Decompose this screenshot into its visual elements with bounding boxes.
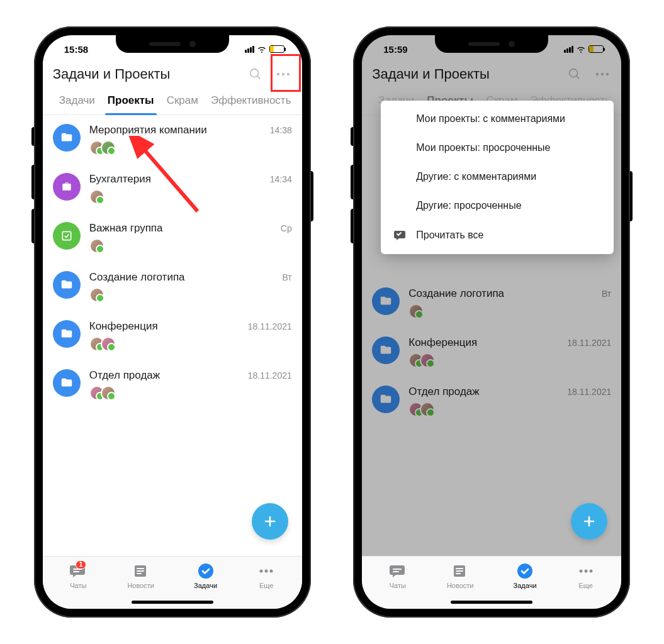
list-item-time: 14:34 [270,174,292,184]
svg-point-3 [282,73,284,75]
menu-item[interactable]: Другие: с комментариями [381,162,614,191]
avatar-stack [89,238,292,253]
list-item[interactable]: Важная группа Ср [43,213,302,262]
phone-mockup-1: 15:58 Задачи и Проекты [34,26,311,618]
svg-point-14 [198,564,213,579]
nav-label: Новости [447,582,474,589]
status-time: 15:58 [64,44,88,55]
chat-icon [388,563,407,579]
svg-rect-25 [393,569,402,570]
nav-badge: 1 [76,560,87,569]
svg-point-4 [287,73,290,75]
list-item[interactable]: Конференция 18.11.2021 [43,311,302,360]
svg-line-1 [257,76,261,79]
list-item-title: Бухгалтерия [89,173,151,186]
list-item-time: Ср [281,223,292,233]
nav-news[interactable]: Новости [127,563,154,589]
tab-scrum[interactable]: Скрам [160,88,205,114]
folder-icon [53,271,81,299]
nav-label: Еще [578,582,592,589]
tabs-bar: Задачи Проекты Скрам Эффективность [43,88,302,115]
svg-point-30 [517,564,532,579]
avatar-stack [89,386,292,401]
tab-efficiency[interactable]: Эффективность [205,88,298,114]
nav-chats[interactable]: Чаты [388,563,407,589]
tasks-icon [196,563,215,579]
svg-rect-13 [137,573,142,574]
nav-label: Чаты [390,582,406,589]
list-item-title: Создание логотипа [89,271,185,284]
projects-list: Мероприятия компании 14:38 Бухгалтерия 1… [43,115,302,409]
svg-rect-6 [62,231,70,240]
cellular-signal-icon [245,46,254,53]
nav-label: Новости [127,582,154,589]
menu-item[interactable]: Мои проекты: с комментариями [381,104,614,133]
svg-rect-28 [456,570,463,572]
svg-point-16 [265,570,268,573]
folder-icon [53,124,81,152]
home-indicator [451,601,532,604]
device-notch [435,35,548,53]
svg-point-32 [584,570,587,573]
svg-rect-27 [456,568,463,569]
list-item-time: Вт [282,272,291,282]
avatar-stack [89,336,292,352]
menu-item[interactable]: Другие: просроченные [381,191,614,220]
nav-tasks[interactable]: Задачи [514,563,537,589]
list-item-time: 18.11.2021 [248,321,292,331]
list-item-title: Важная группа [89,222,163,235]
list-item-title: Конференция [89,320,158,333]
nav-tasks[interactable]: Задачи [194,563,217,589]
svg-point-2 [277,73,279,75]
nav-more[interactable]: Еще [577,563,595,589]
phone-mockup-2: 15:59 Задачи и Проекты Задачи [353,26,630,618]
nav-label: Чаты [70,582,86,589]
svg-rect-11 [137,568,144,569]
list-item[interactable]: Создание логотипа Вт [43,262,302,311]
nav-chats[interactable]: 1 Чаты [69,563,87,589]
list-item-title: Мероприятия компании [89,124,207,136]
folder-icon [53,320,81,348]
more-icon [577,563,595,579]
list-item[interactable]: Мероприятия компании 14:38 [43,115,302,164]
app-header: Задачи и Проекты [43,63,302,88]
nav-label: Еще [259,582,273,589]
battery-icon [269,45,284,53]
nav-news[interactable]: Новости [447,563,474,589]
svg-rect-12 [137,570,144,572]
tab-projects[interactable]: Проекты [101,88,160,114]
svg-rect-29 [456,573,461,574]
search-icon[interactable] [247,65,264,83]
add-button[interactable] [571,503,607,540]
chat-icon: 1 [69,563,87,579]
more-menu-icon[interactable] [274,65,292,83]
checkbox-icon [53,222,81,250]
list-item[interactable]: Бухгалтерия 14:34 [43,164,302,213]
list-item-title: Отдел продаж [89,369,160,382]
avatar-stack [89,140,292,155]
list-item-time: 18.11.2021 [248,370,292,380]
nav-label: Задачи [514,582,537,589]
device-notch [116,35,229,53]
briefcase-icon [53,173,81,201]
nav-more[interactable]: Еще [257,563,276,589]
svg-point-17 [270,570,273,573]
menu-item[interactable]: Мои проекты: просроченные [381,133,614,162]
read-all-icon [393,229,407,242]
bottom-navbar: Чаты Новости Задачи Еще [362,556,621,609]
page-title: Задачи и Проекты [53,66,171,82]
svg-point-15 [260,570,263,573]
svg-rect-10 [73,571,79,572]
home-indicator [132,601,213,604]
folder-icon [53,369,81,397]
list-item[interactable]: Отдел продаж 18.11.2021 [43,360,302,409]
svg-point-33 [589,570,592,573]
tab-tasks[interactable]: Задачи [53,88,101,114]
add-button[interactable] [252,503,288,540]
svg-point-31 [579,570,582,573]
tasks-icon [515,563,534,579]
avatar-stack [89,287,292,303]
news-icon [132,563,150,579]
svg-point-0 [250,69,259,77]
menu-item-read-all[interactable]: Прочитать все [381,220,614,250]
